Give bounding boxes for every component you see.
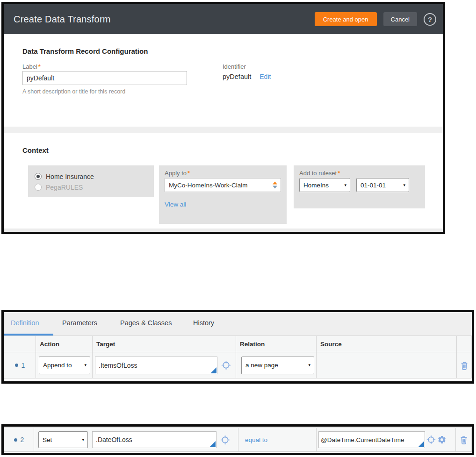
source-input[interactable] bbox=[319, 432, 425, 448]
step-row-panel: 2 Set ▾ equal to bbox=[1, 424, 474, 455]
apply-to-label: Apply to* bbox=[165, 170, 281, 177]
radio-option-home-insurance[interactable]: Home Insurance bbox=[35, 171, 147, 182]
autocomplete-corner-icon bbox=[418, 441, 424, 447]
dropdown-caret-icon: ▾ bbox=[82, 438, 84, 442]
steps-table: Action Target Relation Source 1 Append t… bbox=[4, 336, 472, 378]
trash-icon[interactable] bbox=[459, 360, 470, 371]
dialog-body: Data Transform Record Configuration Labe… bbox=[4, 34, 443, 232]
add-to-ruleset-group: Add to ruleset* HomeIns ▾ 01-01-01 ▾ bbox=[294, 165, 425, 208]
tab-history[interactable]: History bbox=[193, 319, 214, 327]
spinner-down-icon[interactable] bbox=[273, 186, 277, 189]
ruleset-version-select[interactable]: 01-01-01 ▾ bbox=[356, 178, 409, 192]
help-glyph: ? bbox=[428, 15, 432, 23]
identifier-label: Identifier bbox=[223, 63, 246, 70]
target-picker-crosshair-icon[interactable] bbox=[221, 360, 231, 370]
identifier-row: pyDefault Edit bbox=[223, 73, 271, 80]
create-and-open-button[interactable]: Create and open bbox=[315, 12, 377, 26]
step-row-2: 2 Set ▾ equal to bbox=[4, 428, 472, 452]
autocomplete-corner-icon bbox=[210, 367, 216, 373]
apply-to-group: Apply to* View all bbox=[159, 165, 287, 224]
action-select[interactable]: Set ▾ bbox=[38, 431, 88, 448]
column-header-action: Action bbox=[36, 336, 93, 352]
identifier-value: pyDefault bbox=[223, 73, 251, 80]
rule-form-panel: Definition Parameters Pages & Classes Hi… bbox=[1, 310, 474, 384]
dropdown-caret-icon: ▾ bbox=[403, 183, 405, 187]
unsaved-change-bullet-icon bbox=[15, 364, 18, 367]
required-asterisk: * bbox=[188, 170, 190, 177]
label-helper-text: A short description or title for this re… bbox=[22, 88, 125, 95]
target-cell bbox=[93, 352, 236, 378]
dropdown-caret-icon: ▾ bbox=[344, 183, 346, 187]
add-to-ruleset-label: Add to ruleset* bbox=[299, 170, 419, 177]
column-header-source: Source bbox=[317, 336, 457, 352]
action-select[interactable]: Append to ▾ bbox=[39, 357, 90, 374]
label-input[interactable] bbox=[22, 71, 187, 85]
tab-parameters[interactable]: Parameters bbox=[62, 319, 97, 327]
relation-cell: a new page ▾ bbox=[236, 352, 317, 378]
autocomplete-corner-icon bbox=[209, 441, 216, 447]
row-number: 1 bbox=[22, 362, 25, 369]
ruleset-select[interactable]: HomeIns ▾ bbox=[299, 178, 350, 192]
create-data-transform-dialog: Create Data Transform Create and open Ca… bbox=[1, 2, 445, 234]
relation-select[interactable]: a new page ▾ bbox=[241, 357, 314, 374]
required-asterisk: * bbox=[38, 63, 41, 70]
row-number: 2 bbox=[21, 436, 24, 443]
screen: Create Data Transform Create and open Ca… bbox=[0, 0, 476, 457]
column-header-target: Target bbox=[93, 336, 236, 352]
view-all-link[interactable]: View all bbox=[165, 201, 186, 208]
tab-definition[interactable]: Definition bbox=[11, 319, 39, 327]
target-cell bbox=[90, 428, 238, 452]
relation-link[interactable]: equal to bbox=[245, 436, 267, 443]
combobox-spinner[interactable] bbox=[273, 182, 277, 189]
radio-selected-icon bbox=[35, 173, 42, 180]
relation-cell: equal to bbox=[238, 428, 317, 452]
dialog-header: Create Data Transform Create and open Ca… bbox=[4, 4, 443, 34]
source-cell bbox=[317, 428, 456, 452]
source-cell bbox=[317, 352, 457, 378]
action-cell: Set ▾ bbox=[34, 428, 90, 452]
cancel-button[interactable]: Cancel bbox=[383, 12, 417, 26]
dropdown-caret-icon: ▾ bbox=[84, 363, 87, 367]
ruleset-select-row: HomeIns ▾ 01-01-01 ▾ bbox=[299, 178, 409, 192]
spinner-up-icon[interactable] bbox=[273, 182, 277, 185]
column-header-delete bbox=[457, 336, 472, 352]
gear-icon[interactable] bbox=[437, 435, 447, 444]
record-config-heading: Data Transform Record Configuration bbox=[22, 47, 148, 55]
dialog-title: Create Data Transform bbox=[14, 14, 111, 25]
target-picker-crosshair-icon[interactable] bbox=[220, 435, 230, 445]
trash-icon[interactable] bbox=[458, 434, 469, 445]
row-number-cell: 1 bbox=[4, 352, 36, 378]
delete-cell bbox=[456, 428, 472, 452]
apply-to-combobox[interactable] bbox=[165, 178, 281, 192]
column-header-relation: Relation bbox=[236, 336, 317, 352]
delete-cell bbox=[457, 352, 472, 378]
context-radio-group: Home Insurance PegaRULES bbox=[28, 165, 154, 197]
radio-unselected-icon bbox=[35, 184, 42, 191]
help-icon[interactable]: ? bbox=[424, 13, 436, 26]
label-field-label: Label* bbox=[22, 63, 41, 70]
unsaved-change-bullet-icon bbox=[14, 438, 17, 442]
required-asterisk: * bbox=[338, 170, 340, 177]
dropdown-caret-icon: ▾ bbox=[308, 363, 310, 367]
context-heading: Context bbox=[22, 146, 49, 154]
section-divider bbox=[4, 127, 443, 133]
tab-bar: Definition Parameters Pages & Classes Hi… bbox=[4, 312, 472, 336]
source-picker-crosshair-icon[interactable] bbox=[426, 435, 436, 444]
dialog-actions: Create and open Cancel ? bbox=[315, 12, 436, 26]
action-cell: Append to ▾ bbox=[36, 352, 93, 378]
tab-pages-classes[interactable]: Pages & Classes bbox=[120, 319, 172, 327]
identifier-edit-link[interactable]: Edit bbox=[260, 73, 271, 80]
radio-option-pegarules: PegaRULES bbox=[35, 182, 147, 193]
target-input[interactable] bbox=[95, 357, 217, 374]
target-input[interactable] bbox=[93, 432, 216, 448]
column-header-rownum bbox=[4, 336, 36, 352]
active-tab-underline bbox=[4, 334, 53, 336]
row-number-cell: 2 bbox=[4, 428, 34, 452]
dialog-footer-strip bbox=[4, 228, 443, 232]
apply-to-input[interactable] bbox=[165, 179, 281, 192]
